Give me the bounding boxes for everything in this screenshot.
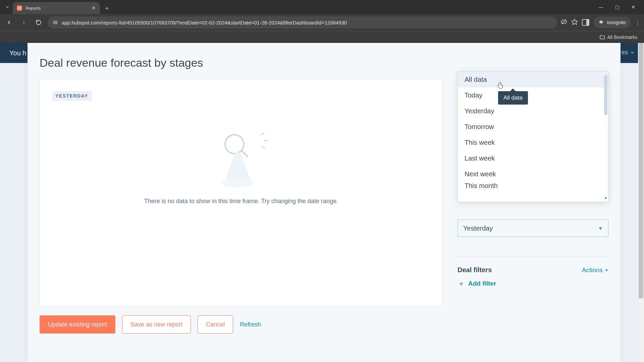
date-range-select[interactable]: Yesterday ▼: [458, 220, 608, 237]
tab-title: Reports: [25, 6, 41, 11]
address-bar: app.hubspot.com/reports-list/45105500/10…: [0, 14, 644, 31]
forward-button[interactable]: [18, 17, 30, 28]
maximize-icon[interactable]: ▢: [612, 2, 622, 12]
top-right-link-fragment[interactable]: res: [620, 49, 635, 56]
empty-state-message: There is no data to show in this time fr…: [52, 198, 430, 205]
svg-rect-1: [54, 23, 57, 24]
all-bookmarks-link[interactable]: All Bookmarks: [607, 35, 637, 40]
new-tab-button[interactable]: ＋: [101, 4, 113, 12]
page-viewport: You h res Deal revenue forecast by stage…: [0, 43, 644, 362]
tab-bar: Reports ✕ ＋ — ▢ ✕: [0, 0, 644, 14]
dropdown-option-this-month[interactable]: This month: [458, 182, 608, 188]
content-row: YESTERDAY There is no data to show in th…: [40, 79, 608, 307]
hubspot-favicon-icon: [17, 5, 22, 11]
scroll-down-icon[interactable]: ▾: [605, 196, 607, 200]
save-as-new-button[interactable]: Save as new report: [122, 315, 191, 334]
cancel-button[interactable]: Cancel: [198, 315, 233, 334]
dropdown-option-tomorrow[interactable]: Tomorrow: [458, 119, 608, 135]
tooltip: All data: [498, 91, 528, 105]
bookmark-star-icon[interactable]: [571, 18, 578, 26]
magnifying-glass-icon: [224, 134, 245, 154]
empty-state-illustration: [221, 134, 261, 188]
dropdown-list: All data Today Yesterday Tomorrow This w…: [458, 72, 608, 188]
filter-actions-menu[interactable]: Actions ▼: [582, 266, 608, 274]
refresh-link[interactable]: Refresh: [240, 321, 261, 328]
browser-chrome: Reports ✕ ＋ — ▢ ✕ app.hubspot.com/report…: [0, 0, 644, 43]
page-scrollbar-thumb[interactable]: [639, 43, 643, 298]
chevron-down-icon: [630, 50, 635, 55]
folder-icon: [599, 34, 605, 40]
kebab-menu-icon[interactable]: ⋮: [635, 19, 641, 26]
close-tab-icon[interactable]: ✕: [92, 5, 96, 11]
banner-text-fragment: You h: [9, 49, 26, 57]
site-settings-icon[interactable]: [52, 19, 58, 25]
svg-marker-3: [572, 19, 578, 25]
dropdown-option-last-week[interactable]: Last week: [458, 150, 608, 166]
tooltip-text: All data: [503, 95, 523, 101]
page-scrollbar-track[interactable]: [638, 43, 644, 362]
bookmarks-bar: All Bookmarks: [0, 31, 644, 43]
tracking-icon[interactable]: [560, 18, 567, 26]
preview-card: YESTERDAY There is no data to show in th…: [40, 79, 443, 307]
dropdown-option-all-data[interactable]: All data: [458, 72, 608, 87]
date-range-badge: YESTERDAY: [52, 91, 92, 101]
deal-filters-section: Deal filters Actions ▼ ＋ Add filter: [458, 256, 608, 289]
page-title: Deal revenue forecast by stages: [40, 56, 608, 69]
add-filter-button[interactable]: ＋ Add filter: [458, 279, 608, 289]
dropdown-option-yesterday[interactable]: Yesterday: [458, 103, 608, 119]
reload-button[interactable]: [33, 17, 44, 28]
svg-rect-0: [54, 21, 57, 22]
select-value: Yesterday: [463, 225, 493, 232]
side-panel: ▴ All data Today Yesterday Tomorrow This…: [458, 79, 608, 307]
button-row: Update existing report Save as new repor…: [40, 315, 608, 334]
plus-icon: ＋: [458, 279, 465, 289]
update-report-button[interactable]: Update existing report: [40, 315, 115, 334]
close-window-icon[interactable]: ✕: [629, 2, 638, 12]
dropdown-option-this-week[interactable]: This week: [458, 135, 608, 150]
url-field[interactable]: app.hubspot.com/reports-list/45105500/10…: [48, 16, 557, 28]
window-controls: — ▢ ✕: [596, 2, 643, 12]
filter-section-title: Deal filters: [458, 266, 492, 274]
report-editor-modal: Deal revenue forecast by stages YESTERDA…: [28, 43, 621, 362]
addr-right-icons: Incognito ⋮: [560, 17, 641, 28]
tab-search-button[interactable]: [3, 2, 12, 12]
browser-tab[interactable]: Reports ✕: [13, 2, 100, 14]
incognito-label: Incognito: [607, 20, 626, 25]
dropdown-option-today[interactable]: Today: [458, 87, 608, 103]
incognito-indicator[interactable]: Incognito: [593, 17, 631, 28]
caret-down-icon: ▼: [605, 268, 608, 272]
back-button[interactable]: [3, 17, 15, 28]
url-text: app.hubspot.com/reports-list/45105500/10…: [62, 20, 347, 25]
caret-down-icon: ▼: [598, 226, 603, 231]
minimize-icon[interactable]: —: [596, 2, 606, 12]
date-range-dropdown[interactable]: ▴ All data Today Yesterday Tomorrow This…: [458, 71, 608, 202]
dropdown-scrollbar[interactable]: [604, 75, 607, 115]
sidepanel-icon[interactable]: [582, 19, 589, 26]
dropdown-option-next-week[interactable]: Next week: [458, 166, 608, 182]
